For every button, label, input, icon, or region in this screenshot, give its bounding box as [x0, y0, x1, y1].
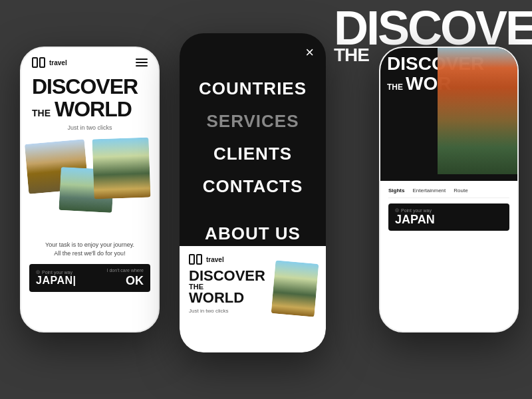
nav-item-services[interactable]: SERVICES: [206, 106, 299, 137]
phone1-subtitle: Just in two clicks: [21, 124, 158, 131]
phone2-logo-sq-left: [189, 254, 195, 265]
phone3-pagoda-overlay: [438, 48, 517, 174]
phone1-hero: DISCOVER THE WORLD: [21, 73, 158, 122]
phone1-the-world: THE WORLD: [32, 97, 148, 122]
phone2-nav: COUNTRIES SERVICES CLIENTS CONTACTS ABOU…: [180, 33, 326, 249]
phone3-corner-image: [438, 48, 517, 174]
phone2-hero-text: DISCOVER THE WORLD Just in two clicks: [189, 269, 317, 315]
phone2-bottom-logo: travel: [189, 254, 224, 265]
phone2-hero-left: DISCOVER THE WORLD Just in two clicks: [189, 269, 268, 315]
phone2-subtitle: Just in two clicks: [189, 308, 268, 314]
phone-2: × COUNTRIES SERVICES CLIENTS CONTACTS AB…: [180, 33, 326, 352]
phone3-tabs: Sights Entertainment Route: [388, 188, 509, 198]
phone1-header: travel: [21, 48, 158, 73]
nav-item-clients[interactable]: CLIENTS: [213, 138, 292, 170]
phone1-img-3: [92, 138, 150, 200]
phone3-bottom: Sights Entertainment Route Point your wa…: [380, 181, 517, 240]
phone1-input-left: Point your way JAPAN|: [36, 269, 107, 287]
nav-item-about[interactable]: ABOUT US: [205, 218, 301, 249]
phone3-search-box[interactable]: Point your way JAPAN: [388, 203, 509, 231]
hamburger-line-3: [136, 65, 148, 66]
phone3-search-hint: Point your way: [395, 207, 503, 213]
logo-sq-left: [32, 57, 38, 68]
phone2-logo-sq-right: [196, 254, 202, 265]
phone1-ok-button[interactable]: OK: [119, 274, 144, 288]
close-button[interactable]: ×: [305, 44, 314, 61]
phones-container: DISCOVE THE WOR travel DISCOVER: [0, 0, 532, 399]
phone2-logo-brand: travel: [206, 256, 224, 263]
phone2-world: WORLD: [189, 291, 268, 305]
tab-route[interactable]: Route: [454, 188, 467, 194]
phone2-corner-image-inner: [271, 260, 319, 317]
hamburger-menu[interactable]: [136, 59, 148, 66]
phone2-dd-logo: [189, 254, 203, 265]
phone1-idc-text: I don't care where: [107, 268, 144, 273]
phone1-desc-line2: All the rest we'll do for you!: [54, 250, 125, 257]
phone1-images: [27, 135, 153, 238]
phone2-discover: DISCOVER: [189, 269, 268, 283]
phone-1: travel DISCOVER THE WORLD Just in two cl…: [20, 47, 160, 332]
phone1-input-hint: Point your way: [36, 269, 107, 275]
phone1-world-text: WORLD: [55, 97, 132, 122]
phone1-input-area[interactable]: Point your way JAPAN| I don't care where…: [29, 264, 150, 292]
phone1-logo: travel: [32, 57, 67, 68]
phone1-discover-text: DISCOVER: [32, 76, 148, 97]
nav-item-countries[interactable]: COUNTRIES: [199, 73, 307, 104]
phone1-img-3-inner: [92, 138, 150, 200]
phone2-bottom-preview: travel DISCOVER THE WORLD Just in two cl…: [180, 246, 326, 352]
phone3-search-value: JAPAN: [395, 213, 503, 227]
phone1-the-text: THE: [32, 108, 51, 118]
logo-brand: travel: [49, 59, 67, 66]
hamburger-line-1: [136, 59, 148, 60]
phone3-the: THE: [387, 82, 403, 92]
phone1-description: Your task is to enjoy your journey. All …: [21, 238, 158, 260]
dd-logo-icon: [32, 57, 47, 68]
phone-3: DISCOVER THE WOR Sights Entertainment Ro…: [379, 47, 519, 332]
logo-sq-right: [39, 57, 45, 68]
phone1-desc-line1: Your task is to enjoy your journey.: [45, 241, 134, 248]
nav-item-contacts[interactable]: CONTACTS: [203, 171, 303, 202]
tab-entertainment[interactable]: Entertainment: [412, 188, 446, 194]
phone2-corner-image: [271, 260, 319, 317]
phone3-top: DISCOVER THE WOR: [380, 48, 517, 181]
phone1-input-value: JAPAN|: [36, 275, 107, 287]
hamburger-line-2: [136, 62, 148, 63]
tab-sights[interactable]: Sights: [388, 188, 404, 194]
